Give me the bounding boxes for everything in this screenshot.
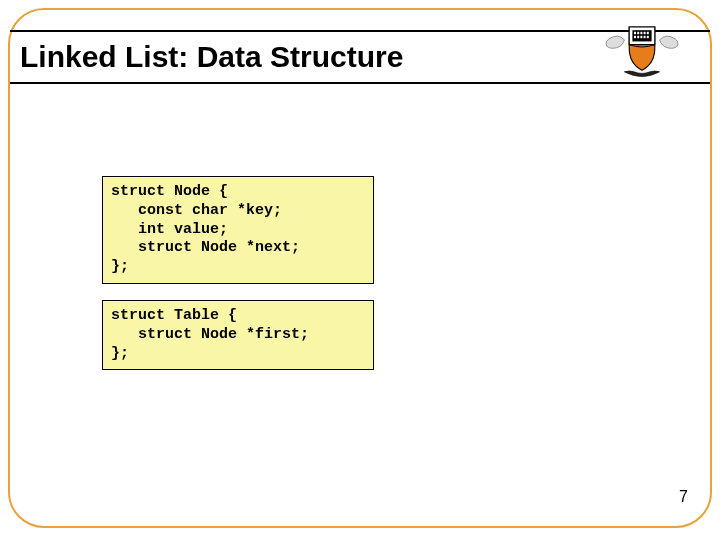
svg-rect-9 (644, 36, 646, 38)
princeton-shield-logo (602, 22, 682, 80)
svg-rect-10 (647, 36, 649, 38)
code-block-table-struct: struct Table { struct Node *first; }; (102, 300, 374, 370)
code-text: struct Table { struct Node *first; }; (111, 307, 365, 363)
svg-rect-3 (640, 32, 642, 34)
svg-rect-4 (644, 32, 646, 34)
code-text: struct Node { const char *key; int value… (111, 183, 365, 277)
svg-rect-8 (640, 36, 642, 38)
svg-rect-5 (647, 32, 649, 34)
svg-rect-1 (634, 32, 636, 34)
svg-rect-6 (634, 36, 636, 38)
svg-rect-7 (637, 36, 639, 38)
code-block-node-struct: struct Node { const char *key; int value… (102, 176, 374, 284)
slide-frame: Linked List: Data Structure (8, 8, 712, 528)
svg-rect-2 (637, 32, 639, 34)
slide-title: Linked List: Data Structure (20, 40, 403, 74)
page-number: 7 (679, 488, 688, 506)
